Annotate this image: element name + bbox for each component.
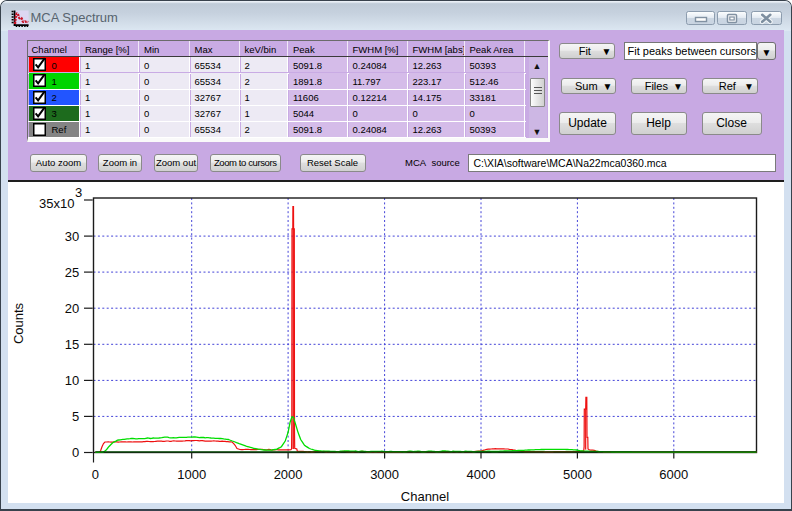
svg-text:0: 0 <box>72 445 79 460</box>
svg-text:Counts: Counts <box>11 302 26 344</box>
svg-text:25: 25 <box>65 265 79 280</box>
svg-text:2000: 2000 <box>274 467 303 482</box>
svg-text:4000: 4000 <box>467 467 496 482</box>
svg-text:30: 30 <box>65 229 79 244</box>
svg-text:1000: 1000 <box>177 467 206 482</box>
svg-text:5000: 5000 <box>563 467 592 482</box>
svg-text:35x10: 35x10 <box>39 196 74 211</box>
svg-text:15: 15 <box>65 337 79 352</box>
svg-text:0: 0 <box>92 467 99 482</box>
svg-text:3000: 3000 <box>370 467 399 482</box>
svg-text:6000: 6000 <box>659 467 688 482</box>
svg-text:20: 20 <box>65 301 79 316</box>
svg-text:Channel: Channel <box>401 489 450 504</box>
svg-text:10: 10 <box>65 373 79 388</box>
svg-text:5: 5 <box>72 409 79 424</box>
svg-text:3: 3 <box>75 185 82 200</box>
